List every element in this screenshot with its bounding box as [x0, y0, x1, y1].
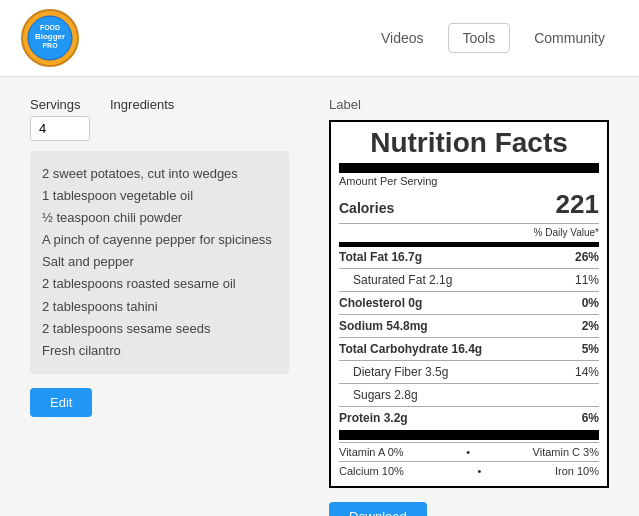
ingredient-4: A pinch of cayenne pepper for spiciness — [42, 229, 277, 251]
svg-text:PRO: PRO — [42, 42, 58, 49]
right-panel: Label Nutrition Facts Amount Per Serving… — [329, 97, 609, 516]
ingredient-2: 1 tablespoon vegetable oil — [42, 185, 277, 207]
vitamins-row: Vitamin A 0% • Vitamin C 3% — [339, 442, 599, 461]
thin-bar-fiber — [339, 383, 599, 384]
ingredients-label: Ingredients — [110, 97, 174, 112]
servings-input[interactable] — [30, 116, 90, 141]
thin-bar-carb — [339, 360, 599, 361]
row-protein: Protein 3.2g 6% — [339, 410, 599, 426]
header: FOOD Blogger PRO Videos Tools Community — [0, 0, 639, 77]
logo: FOOD Blogger PRO — [20, 8, 80, 68]
ingredient-5: Salt and pepper — [42, 251, 277, 273]
servings-group: Servings Ingredients — [30, 97, 289, 141]
thin-bar-1 — [339, 223, 599, 224]
ingredients-box: 2 sweet potatoes, cut into wedges 1 tabl… — [30, 151, 289, 374]
calories-value: 221 — [556, 189, 599, 220]
row-fiber: Dietary Fiber 3.5g 14% — [339, 364, 599, 380]
ingredient-6: 2 tablespoons roasted sesame oil — [42, 273, 277, 295]
calories-row: Calories 221 — [339, 189, 599, 220]
iron: Iron 10% — [555, 465, 599, 477]
row-total-fat: Total Fat 16.7g 26% — [339, 249, 599, 265]
nav-videos[interactable]: Videos — [367, 24, 438, 52]
nutrition-label: Nutrition Facts Amount Per Serving Calor… — [329, 120, 609, 488]
nutrition-title: Nutrition Facts — [339, 128, 599, 159]
ingredient-3: ½ teaspoon chili powder — [42, 207, 277, 229]
nav-community[interactable]: Community — [520, 24, 619, 52]
row-sat-fat: Saturated Fat 2.1g 11% — [339, 272, 599, 288]
thin-bar-fat — [339, 268, 599, 269]
thin-bar-sodium — [339, 337, 599, 338]
thin-bar-sugars — [339, 406, 599, 407]
edit-button[interactable]: Edit — [30, 388, 92, 417]
row-cholesterol: Cholesterol 0g 0% — [339, 295, 599, 311]
row-sodium: Sodium 54.8mg 2% — [339, 318, 599, 334]
download-button[interactable]: Download — [329, 502, 427, 516]
amount-per-serving: Amount Per Serving — [339, 175, 599, 187]
calcium: Calcium 10% — [339, 465, 404, 477]
svg-text:FOOD: FOOD — [40, 24, 60, 31]
label-section-title: Label — [329, 97, 609, 112]
ingredient-7: 2 tablespoons tahini — [42, 296, 277, 318]
nav: Videos Tools Community — [367, 23, 619, 53]
left-panel: Servings Ingredients 2 sweet potatoes, c… — [30, 97, 289, 516]
svg-text:Blogger: Blogger — [35, 32, 65, 41]
dv-header: % Daily Value* — [339, 227, 599, 238]
medium-bar — [339, 242, 599, 247]
vitamin-c: Vitamin C 3% — [533, 446, 599, 458]
thick-bar-bottom — [339, 430, 599, 440]
row-sugars: Sugars 2.8g — [339, 387, 599, 403]
vitamin-separator: • — [466, 446, 470, 458]
thin-bar-satfat — [339, 291, 599, 292]
main-content: Servings Ingredients 2 sweet potatoes, c… — [0, 77, 639, 516]
thick-bar-top — [339, 163, 599, 173]
calories-label: Calories — [339, 200, 394, 216]
ingredient-1: 2 sweet potatoes, cut into wedges — [42, 163, 277, 185]
mineral-separator: • — [477, 465, 481, 477]
nav-tools[interactable]: Tools — [448, 23, 511, 53]
minerals-row: Calcium 10% • Iron 10% — [339, 461, 599, 480]
vitamin-a: Vitamin A 0% — [339, 446, 404, 458]
thin-bar-chol — [339, 314, 599, 315]
ingredient-9: Fresh cilantro — [42, 340, 277, 362]
servings-label: Servings — [30, 97, 90, 112]
row-total-carb: Total Carbohydrate 16.4g 5% — [339, 341, 599, 357]
ingredient-8: 2 tablespoons sesame seeds — [42, 318, 277, 340]
